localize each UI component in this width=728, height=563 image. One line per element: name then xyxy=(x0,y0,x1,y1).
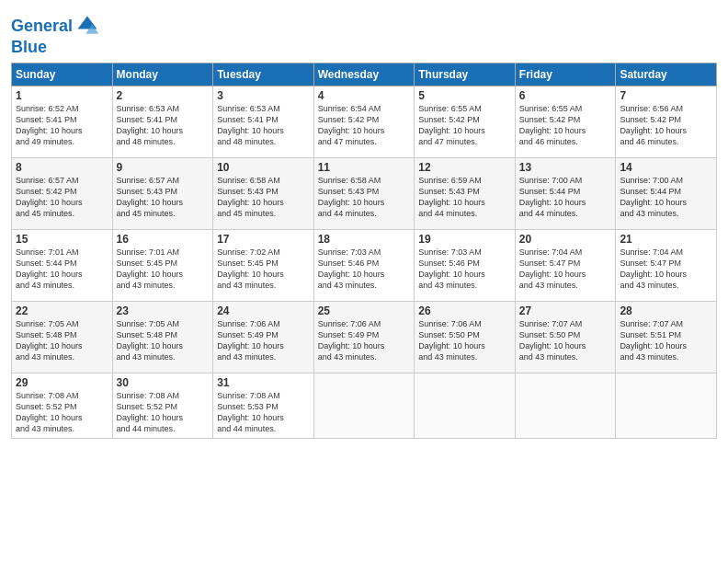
calendar-cell: 3Sunrise: 6:53 AMSunset: 5:41 PMDaylight… xyxy=(213,86,314,158)
day-number: 23 xyxy=(117,304,210,317)
day-detail: Sunrise: 7:04 AMSunset: 5:47 PMDaylight:… xyxy=(519,247,612,292)
day-detail: Sunrise: 6:58 AMSunset: 5:43 PMDaylight:… xyxy=(318,175,411,220)
calendar-cell: 26Sunrise: 7:06 AMSunset: 5:50 PMDayligh… xyxy=(415,302,516,373)
col-header-saturday: Saturday xyxy=(616,63,717,86)
col-header-thursday: Thursday xyxy=(415,63,516,86)
calendar-cell: 30Sunrise: 7:08 AMSunset: 5:52 PMDayligh… xyxy=(112,373,213,439)
calendar-cell: 8Sunrise: 6:57 AMSunset: 5:42 PMDaylight… xyxy=(12,158,113,230)
day-detail: Sunrise: 7:07 AMSunset: 5:50 PMDaylight:… xyxy=(519,318,612,363)
calendar-cell: 21Sunrise: 7:04 AMSunset: 5:47 PMDayligh… xyxy=(616,230,717,302)
calendar-cell: 2Sunrise: 6:53 AMSunset: 5:41 PMDaylight… xyxy=(112,86,213,158)
day-detail: Sunrise: 7:08 AMSunset: 5:52 PMDaylight:… xyxy=(16,390,108,435)
day-number: 9 xyxy=(117,161,210,174)
day-detail: Sunrise: 6:53 AMSunset: 5:41 PMDaylight:… xyxy=(117,103,210,148)
calendar-cell xyxy=(313,373,415,439)
day-detail: Sunrise: 7:05 AMSunset: 5:48 PMDaylight:… xyxy=(16,318,108,363)
day-detail: Sunrise: 7:02 AMSunset: 5:45 PMDaylight:… xyxy=(217,247,310,292)
logo-blue: Blue xyxy=(11,39,100,55)
day-detail: Sunrise: 6:53 AMSunset: 5:41 PMDaylight:… xyxy=(217,103,310,148)
calendar-cell: 27Sunrise: 7:07 AMSunset: 5:50 PMDayligh… xyxy=(515,302,616,373)
day-detail: Sunrise: 7:05 AMSunset: 5:48 PMDaylight:… xyxy=(117,318,210,363)
calendar-header-row: SundayMondayTuesdayWednesdayThursdayFrid… xyxy=(12,63,717,86)
day-number: 25 xyxy=(318,304,411,317)
calendar-cell: 16Sunrise: 7:01 AMSunset: 5:45 PMDayligh… xyxy=(112,230,213,302)
week-row-1: 1Sunrise: 6:52 AMSunset: 5:41 PMDaylight… xyxy=(12,86,717,158)
day-detail: Sunrise: 6:59 AMSunset: 5:43 PMDaylight:… xyxy=(418,175,511,220)
calendar-cell xyxy=(515,373,616,439)
week-row-5: 29Sunrise: 7:08 AMSunset: 5:52 PMDayligh… xyxy=(12,373,717,439)
calendar-cell xyxy=(415,373,516,439)
day-detail: Sunrise: 7:01 AMSunset: 5:44 PMDaylight:… xyxy=(16,247,108,292)
day-number: 1 xyxy=(16,89,108,102)
calendar-cell: 12Sunrise: 6:59 AMSunset: 5:43 PMDayligh… xyxy=(415,158,516,230)
calendar-cell: 20Sunrise: 7:04 AMSunset: 5:47 PMDayligh… xyxy=(515,230,616,302)
week-row-3: 15Sunrise: 7:01 AMSunset: 5:44 PMDayligh… xyxy=(12,230,717,302)
page-container: General Blue SundayMondayTuesdayWednesda… xyxy=(0,0,728,446)
day-number: 22 xyxy=(16,304,108,317)
day-detail: Sunrise: 6:55 AMSunset: 5:42 PMDaylight:… xyxy=(418,103,511,148)
col-header-monday: Monday xyxy=(112,63,213,86)
day-number: 26 xyxy=(418,304,511,317)
day-number: 15 xyxy=(16,233,108,246)
day-number: 19 xyxy=(418,233,511,246)
day-number: 28 xyxy=(620,304,712,317)
day-number: 5 xyxy=(418,89,511,102)
day-detail: Sunrise: 7:04 AMSunset: 5:47 PMDaylight:… xyxy=(620,247,712,292)
calendar-cell: 23Sunrise: 7:05 AMSunset: 5:48 PMDayligh… xyxy=(112,302,213,373)
calendar-cell: 6Sunrise: 6:55 AMSunset: 5:42 PMDaylight… xyxy=(515,86,616,158)
day-detail: Sunrise: 7:06 AMSunset: 5:49 PMDaylight:… xyxy=(217,318,310,363)
calendar-cell: 28Sunrise: 7:07 AMSunset: 5:51 PMDayligh… xyxy=(616,302,717,373)
day-detail: Sunrise: 6:58 AMSunset: 5:43 PMDaylight:… xyxy=(217,175,310,220)
day-number: 6 xyxy=(519,89,612,102)
day-detail: Sunrise: 7:08 AMSunset: 5:53 PMDaylight:… xyxy=(217,390,310,435)
day-detail: Sunrise: 6:52 AMSunset: 5:41 PMDaylight:… xyxy=(16,103,108,148)
week-row-2: 8Sunrise: 6:57 AMSunset: 5:42 PMDaylight… xyxy=(12,158,717,230)
calendar-cell: 25Sunrise: 7:06 AMSunset: 5:49 PMDayligh… xyxy=(313,302,415,373)
day-number: 17 xyxy=(217,233,310,246)
day-number: 3 xyxy=(217,89,310,102)
calendar-cell xyxy=(616,373,717,439)
day-number: 21 xyxy=(620,233,712,246)
day-detail: Sunrise: 7:06 AMSunset: 5:50 PMDaylight:… xyxy=(418,318,511,363)
logo: General Blue xyxy=(11,13,100,55)
day-number: 4 xyxy=(318,89,411,102)
calendar-cell: 11Sunrise: 6:58 AMSunset: 5:43 PMDayligh… xyxy=(313,158,415,230)
day-detail: Sunrise: 7:06 AMSunset: 5:49 PMDaylight:… xyxy=(318,318,411,363)
day-number: 13 xyxy=(519,161,612,174)
day-detail: Sunrise: 6:54 AMSunset: 5:42 PMDaylight:… xyxy=(318,103,411,148)
day-number: 24 xyxy=(217,304,310,317)
col-header-tuesday: Tuesday xyxy=(213,63,314,86)
day-number: 14 xyxy=(620,161,712,174)
day-number: 7 xyxy=(620,89,712,102)
calendar-cell: 31Sunrise: 7:08 AMSunset: 5:53 PMDayligh… xyxy=(213,373,314,439)
calendar-cell: 1Sunrise: 6:52 AMSunset: 5:41 PMDaylight… xyxy=(12,86,113,158)
day-detail: Sunrise: 7:03 AMSunset: 5:46 PMDaylight:… xyxy=(418,247,511,292)
calendar-cell: 19Sunrise: 7:03 AMSunset: 5:46 PMDayligh… xyxy=(415,230,516,302)
day-detail: Sunrise: 6:57 AMSunset: 5:42 PMDaylight:… xyxy=(16,175,108,220)
calendar-cell: 13Sunrise: 7:00 AMSunset: 5:44 PMDayligh… xyxy=(515,158,616,230)
calendar-cell: 15Sunrise: 7:01 AMSunset: 5:44 PMDayligh… xyxy=(12,230,113,302)
day-number: 10 xyxy=(217,161,310,174)
calendar-cell: 18Sunrise: 7:03 AMSunset: 5:46 PMDayligh… xyxy=(313,230,415,302)
calendar-cell: 29Sunrise: 7:08 AMSunset: 5:52 PMDayligh… xyxy=(12,373,113,439)
day-number: 31 xyxy=(217,376,310,389)
day-detail: Sunrise: 7:00 AMSunset: 5:44 PMDaylight:… xyxy=(519,175,612,220)
calendar-cell: 4Sunrise: 6:54 AMSunset: 5:42 PMDaylight… xyxy=(313,86,415,158)
calendar-cell: 5Sunrise: 6:55 AMSunset: 5:42 PMDaylight… xyxy=(415,86,516,158)
day-number: 16 xyxy=(117,233,210,246)
day-number: 20 xyxy=(519,233,612,246)
day-number: 29 xyxy=(16,376,108,389)
day-number: 27 xyxy=(519,304,612,317)
day-number: 12 xyxy=(418,161,511,174)
logo-icon xyxy=(74,13,100,39)
calendar-cell: 10Sunrise: 6:58 AMSunset: 5:43 PMDayligh… xyxy=(213,158,314,230)
calendar-cell: 14Sunrise: 7:00 AMSunset: 5:44 PMDayligh… xyxy=(616,158,717,230)
header: General Blue xyxy=(11,9,717,55)
day-number: 2 xyxy=(117,89,210,102)
calendar-cell: 9Sunrise: 6:57 AMSunset: 5:43 PMDaylight… xyxy=(112,158,213,230)
day-detail: Sunrise: 6:56 AMSunset: 5:42 PMDaylight:… xyxy=(620,103,712,148)
day-number: 8 xyxy=(16,161,108,174)
day-detail: Sunrise: 7:01 AMSunset: 5:45 PMDaylight:… xyxy=(117,247,210,292)
day-detail: Sunrise: 6:55 AMSunset: 5:42 PMDaylight:… xyxy=(519,103,612,148)
logo-text: General xyxy=(11,17,73,34)
